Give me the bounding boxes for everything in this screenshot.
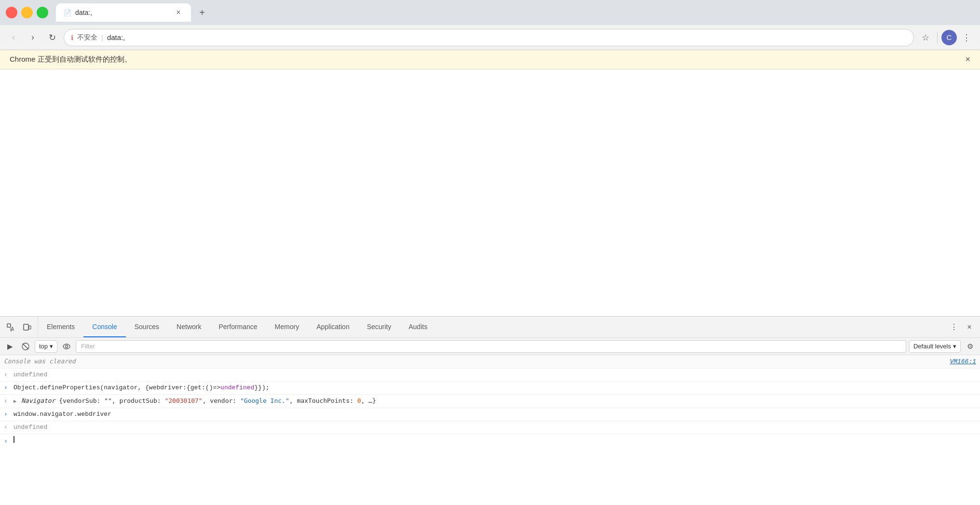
tab-performance[interactable]: Performance bbox=[210, 317, 266, 337]
devtools-tabs-bar: Elements Console Sources Network Perform… bbox=[0, 317, 980, 338]
traffic-lights bbox=[6, 7, 48, 18]
security-info-icon[interactable]: ℹ bbox=[71, 34, 73, 41]
tab-console[interactable]: Console bbox=[83, 317, 125, 337]
filter-placeholder: Filter bbox=[81, 343, 95, 350]
devtools-panel: Elements Console Sources Network Perform… bbox=[0, 316, 980, 505]
console-toolbar: ▶ top ▾ Filter Default le bbox=[0, 338, 980, 355]
tab-close-button[interactable]: × bbox=[174, 8, 183, 17]
nav-actions: ☆ C ⋮ bbox=[918, 30, 974, 45]
log-level-selector[interactable]: Default levels ▾ bbox=[909, 340, 961, 353]
level-label: Default levels bbox=[913, 343, 951, 350]
more-button[interactable]: ⋮ bbox=[959, 30, 974, 45]
console-run-button[interactable]: ▶ bbox=[4, 340, 16, 353]
nav-separator bbox=[937, 32, 938, 43]
forward-button[interactable]: › bbox=[25, 30, 41, 45]
new-tab-button[interactable]: + bbox=[194, 4, 210, 21]
console-output-line-1: ‹ undefined bbox=[0, 369, 980, 382]
svg-rect-0 bbox=[7, 324, 11, 327]
profile-button[interactable]: C bbox=[941, 30, 957, 45]
svg-point-5 bbox=[63, 344, 70, 349]
output-undefined-3: undefined bbox=[14, 422, 47, 433]
navigator-expand-icon[interactable]: ▶ bbox=[14, 396, 18, 407]
output-arrow-3: ‹ bbox=[4, 422, 11, 433]
svg-line-4 bbox=[23, 344, 28, 349]
bookmark-button[interactable]: ☆ bbox=[918, 30, 933, 45]
prompt-arrow: › bbox=[4, 436, 11, 447]
input-arrow-2: › bbox=[4, 409, 11, 420]
navigation-bar: ‹ › ↻ ℹ 不安全 | data:, ☆ C ⋮ bbox=[0, 25, 980, 50]
automation-bar: Chrome 正受到自动测试软件的控制。 × bbox=[0, 50, 980, 69]
device-toggle-icon[interactable] bbox=[20, 320, 34, 334]
insecure-label: 不安全 bbox=[77, 33, 97, 42]
url-display: data:, bbox=[107, 33, 125, 41]
console-input-line-1: › Object.defineProperties(navigator, {we… bbox=[0, 382, 980, 395]
svg-rect-1 bbox=[24, 324, 28, 330]
devtools-close-button[interactable]: × bbox=[963, 320, 976, 334]
console-output-line-3: ‹ undefined bbox=[0, 421, 980, 434]
input-text-1: Object.defineProperties(navigator, {webd… bbox=[14, 383, 270, 393]
tab-memory[interactable]: Memory bbox=[266, 317, 308, 337]
address-separator: | bbox=[101, 33, 103, 41]
console-cleared-line: Console was cleared VM166:1 bbox=[0, 355, 980, 369]
svg-rect-2 bbox=[29, 326, 31, 329]
automation-message: Chrome 正受到自动测试软件的控制。 bbox=[10, 55, 132, 64]
context-selector[interactable]: top ▾ bbox=[35, 340, 57, 353]
console-cursor bbox=[14, 436, 14, 443]
title-bar: 📄 data:, × + bbox=[0, 0, 980, 25]
tab-application[interactable]: Application bbox=[308, 317, 358, 337]
reload-button[interactable]: ↻ bbox=[44, 30, 60, 45]
tab-bar: 📄 data:, × + bbox=[56, 3, 974, 22]
console-prompt-line[interactable]: › bbox=[0, 434, 980, 449]
back-button[interactable]: ‹ bbox=[6, 30, 21, 45]
close-traffic-light[interactable] bbox=[6, 7, 17, 18]
cleared-source[interactable]: VM166:1 bbox=[950, 357, 976, 367]
console-output-line-2: ‹ ▶ Navigator {vendorSub: "", productSub… bbox=[0, 395, 980, 408]
tab-page-icon: 📄 bbox=[64, 9, 71, 16]
tab-security[interactable]: Security bbox=[358, 317, 400, 337]
eye-button[interactable] bbox=[60, 340, 73, 353]
tab-audits[interactable]: Audits bbox=[400, 317, 436, 337]
maximize-traffic-light[interactable] bbox=[37, 7, 48, 18]
output-arrow-1: ‹ bbox=[4, 370, 11, 380]
console-clear-button[interactable] bbox=[19, 340, 32, 353]
output-undefined-1: undefined bbox=[14, 370, 47, 380]
input-arrow-1: › bbox=[4, 383, 11, 393]
console-settings-button[interactable]: ⚙ bbox=[964, 340, 976, 353]
minimize-traffic-light[interactable] bbox=[21, 7, 33, 18]
level-arrow-icon: ▾ bbox=[953, 343, 956, 350]
filter-input[interactable]: Filter bbox=[76, 340, 906, 353]
devtools-side-icons bbox=[0, 317, 38, 337]
output-arrow-2: ‹ bbox=[4, 396, 11, 407]
address-bar[interactable]: ℹ 不安全 | data:, bbox=[64, 29, 914, 46]
tab-elements[interactable]: Elements bbox=[38, 317, 83, 337]
browser-tab[interactable]: 📄 data:, × bbox=[56, 3, 191, 22]
svg-point-6 bbox=[66, 345, 68, 347]
element-picker-icon[interactable] bbox=[4, 320, 17, 334]
tab-title: data:, bbox=[75, 9, 170, 16]
main-content bbox=[0, 69, 980, 316]
context-arrow-icon: ▾ bbox=[50, 343, 53, 350]
navigator-object-text: Navigator {vendorSub: "", productSub: "2… bbox=[21, 396, 376, 407]
tab-sources[interactable]: Sources bbox=[126, 317, 168, 337]
console-input-line-2: › window.navigator.webdriver bbox=[0, 408, 980, 421]
devtools-tabs: Elements Console Sources Network Perform… bbox=[38, 317, 943, 337]
automation-close-button[interactable]: × bbox=[965, 54, 970, 65]
devtools-more-button[interactable]: ⋮ bbox=[947, 320, 961, 334]
tab-network[interactable]: Network bbox=[168, 317, 210, 337]
browser-window: 📄 data:, × + ‹ › ↻ ℹ 不安全 | data:, ☆ C ⋮ … bbox=[0, 0, 980, 505]
console-output: Console was cleared VM166:1 ‹ undefined … bbox=[0, 355, 980, 505]
devtools-tab-actions: ⋮ × bbox=[943, 317, 980, 337]
cleared-text: Console was cleared bbox=[4, 356, 76, 367]
context-label: top bbox=[39, 343, 48, 350]
input-text-2: window.navigator.webdriver bbox=[14, 409, 111, 420]
